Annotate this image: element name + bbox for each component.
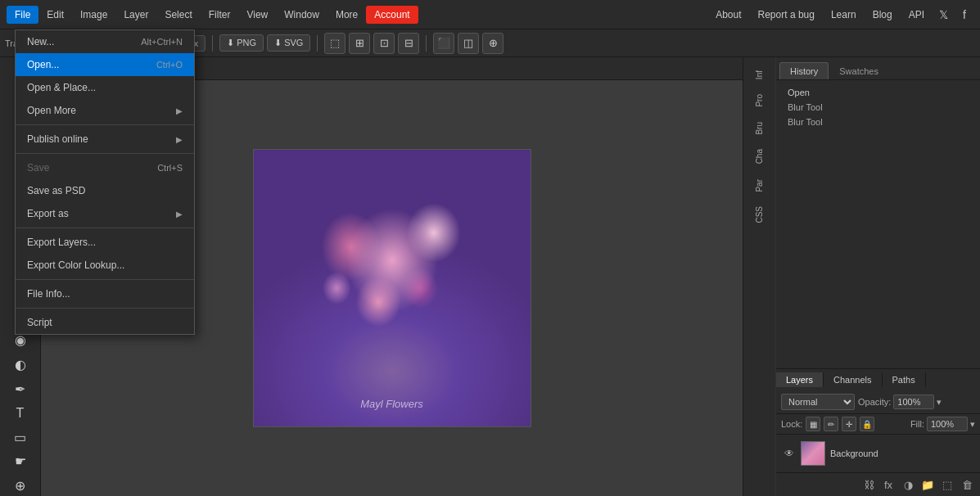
menu-about[interactable]: About — [709, 6, 747, 24]
history-item-blur2[interactable]: Blur Tool — [783, 115, 973, 129]
layout-btn-1[interactable]: ⬚ — [324, 33, 345, 54]
hand-tool[interactable]: ☛ — [7, 451, 34, 472]
dodge-tool[interactable]: ◐ — [7, 354, 34, 376]
blend-mode-select[interactable]: Normal — [781, 394, 855, 410]
layout-btn-4[interactable]: ⊟ — [398, 33, 419, 54]
mini-panel: Inf Pro Bru Cha Par CSS — [743, 57, 776, 496]
menu-report-bug[interactable]: Report a bug — [752, 6, 821, 24]
twitter-icon[interactable]: 𝕏 — [934, 6, 952, 24]
text-tool[interactable]: T — [7, 403, 34, 424]
menu-view[interactable]: View — [238, 6, 276, 24]
zoom-tool-left[interactable]: ⊕ — [7, 476, 34, 496]
menu-window[interactable]: Window — [276, 6, 327, 24]
layout-btn-3[interactable]: ⊡ — [373, 33, 395, 54]
layers-tab-bar: Layers Channels Paths — [776, 369, 980, 390]
layout-btn-6[interactable]: ◫ — [458, 33, 479, 54]
menu-account[interactable]: Account — [366, 6, 418, 24]
export-png-btn[interactable]: ⬇ PNG — [219, 34, 264, 52]
layout-btn-7[interactable]: ⊕ — [482, 33, 504, 54]
link-layers-btn[interactable]: ⛓ — [860, 476, 877, 493]
open-more-arrow: ▶ — [176, 106, 183, 115]
opacity-value[interactable]: 100% — [893, 395, 934, 409]
menu-filter[interactable]: Filter — [201, 6, 239, 24]
history-item-blur1[interactable]: Blur Tool — [783, 100, 973, 115]
swatches-tab[interactable]: Swatches — [829, 62, 889, 79]
menu-item-new[interactable]: New... Alt+Ctrl+N — [16, 30, 194, 53]
toolbar-separator-4 — [317, 35, 318, 52]
mini-info[interactable]: Inf — [752, 64, 767, 86]
mini-brushes[interactable]: Bru — [752, 115, 767, 142]
menu-item-open-more[interactable]: Open More ▶ — [16, 99, 194, 122]
menu-item-export-layers[interactable]: Export Layers... — [16, 231, 194, 254]
fill-arrow[interactable]: ▾ — [970, 419, 975, 430]
menu-edit[interactable]: Edit — [38, 6, 72, 24]
canvas-image: Mayl Flowers — [253, 149, 531, 427]
lock-position[interactable]: ✛ — [842, 417, 856, 431]
history-tab[interactable]: History — [779, 62, 829, 79]
dropdown-sep-4 — [16, 279, 194, 280]
menu-item-open-place[interactable]: Open & Place... — [16, 76, 194, 99]
menu-image[interactable]: Image — [72, 6, 115, 24]
mini-properties[interactable]: Pro — [752, 88, 767, 114]
menu-item-export-as[interactable]: Export as ▶ — [16, 202, 194, 225]
dropdown-sep-2 — [16, 153, 194, 154]
facebook-icon[interactable]: f — [955, 6, 973, 24]
lock-image[interactable]: ✏ — [824, 417, 838, 431]
right-menu-items: About Report a bug Learn Blog API 𝕏 f — [709, 6, 973, 24]
watermark-text: Mayl Flowers — [360, 398, 423, 410]
menu-item-save-psd[interactable]: Save as PSD — [16, 179, 194, 202]
mini-channels[interactable]: Cha — [752, 142, 767, 170]
fill-value[interactable]: 100% — [927, 417, 968, 431]
publish-arrow: ▶ — [176, 135, 183, 144]
menu-more[interactable]: More — [327, 6, 366, 24]
menu-item-export-as-label: Export as — [27, 208, 69, 219]
menu-layer[interactable]: Layer — [115, 6, 156, 24]
dropdown-sep-1 — [16, 124, 194, 125]
export-as-arrow: ▶ — [176, 210, 183, 219]
menu-learn[interactable]: Learn — [824, 6, 863, 24]
menu-item-publish-label: Publish online — [27, 133, 88, 145]
menu-item-file-info[interactable]: File Info... — [16, 282, 194, 305]
shape-tool[interactable]: ▭ — [7, 426, 34, 448]
history-content: Open Blur Tool Blur Tool — [776, 80, 980, 368]
layout-btn-2[interactable]: ⊞ — [349, 33, 370, 54]
export-svg-btn[interactable]: ⬇ SVG — [267, 34, 310, 52]
lock-transparency[interactable]: ▦ — [806, 417, 820, 431]
layer-effects-btn[interactable]: fx — [880, 476, 896, 493]
layers-tab[interactable]: Layers — [776, 372, 824, 387]
opacity-control: Opacity: 100% ▾ — [858, 395, 942, 409]
mini-paragraph[interactable]: Par — [752, 173, 767, 199]
menu-select[interactable]: Select — [156, 6, 200, 24]
new-layer-btn[interactable]: ⬚ — [939, 476, 955, 493]
menu-item-export-color-lookup[interactable]: Export Color Lookup... — [16, 254, 194, 277]
toolbar-separator-3 — [212, 35, 213, 52]
pen-tool[interactable]: ✒ — [7, 378, 34, 399]
menu-item-open[interactable]: Open... Ctrl+O — [16, 53, 194, 76]
lock-all[interactable]: 🔒 — [860, 417, 874, 431]
menu-api[interactable]: API — [902, 6, 931, 24]
channels-tab[interactable]: Channels — [824, 372, 882, 387]
layer-background[interactable]: 👁 Background — [779, 438, 977, 469]
menu-item-save-label: Save — [27, 162, 49, 174]
delete-layer-btn[interactable]: 🗑 — [959, 476, 975, 493]
menu-item-new-label: New... — [27, 36, 54, 47]
fill-control: Fill: 100% ▾ — [910, 417, 975, 431]
history-item-open[interactable]: Open — [783, 85, 973, 100]
fill-label: Fill: — [910, 419, 924, 429]
mini-css[interactable]: CSS — [752, 200, 767, 230]
new-group-btn[interactable]: 📁 — [919, 476, 936, 493]
layer-visibility-eye[interactable]: 👁 — [783, 447, 796, 460]
layers-controls: Normal Opacity: 100% ▾ — [776, 390, 980, 414]
paths-tab[interactable]: Paths — [883, 372, 926, 387]
menu-item-script[interactable]: Script — [16, 311, 194, 334]
menu-item-publish-online[interactable]: Publish online ▶ — [16, 128, 194, 151]
opacity-arrow[interactable]: ▾ — [937, 397, 942, 408]
layers-panel: Layers Channels Paths Normal Opacity: 10… — [776, 368, 980, 496]
top-menu-bar: File Edit Image Layer Select Filter View… — [0, 0, 980, 29]
menu-blog[interactable]: Blog — [866, 6, 899, 24]
menu-item-open-label: Open... — [27, 59, 59, 70]
menu-file[interactable]: File — [7, 6, 38, 24]
layout-btn-5[interactable]: ⬛ — [433, 33, 454, 54]
toolbar-separator-5 — [426, 35, 427, 52]
layer-mask-btn[interactable]: ◑ — [900, 476, 916, 493]
